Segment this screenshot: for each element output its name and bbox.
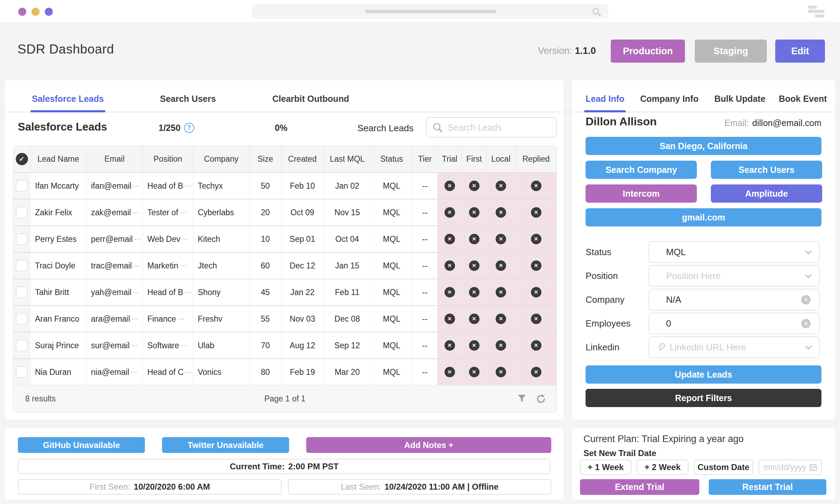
cross-circle-icon: ✕ xyxy=(469,234,479,244)
calendar-icon[interactable] xyxy=(809,463,817,471)
refresh-icon[interactable] xyxy=(536,394,546,404)
row-checkbox[interactable] xyxy=(16,366,28,378)
status-select[interactable]: MQL xyxy=(649,241,820,263)
tab-search-users[interactable]: Search Users xyxy=(160,94,216,112)
created-cell: Jan 22 xyxy=(281,279,324,305)
table-row[interactable]: Tahir Brittyah@email···Head of B···Shony… xyxy=(13,279,556,305)
cross-circle-icon: ✕ xyxy=(496,260,506,271)
cross-circle-icon: ✕ xyxy=(444,367,455,377)
row-checkbox[interactable] xyxy=(16,286,28,298)
restart-trial-button[interactable]: Restart Trial xyxy=(709,479,826,495)
tab-bulk-update[interactable]: Bulk Update xyxy=(714,94,765,112)
created-cell: Aug 12 xyxy=(281,332,324,358)
help-icon[interactable]: ? xyxy=(184,123,194,133)
company-cell: Kitech xyxy=(193,226,250,252)
status-cell: MQL xyxy=(371,226,413,252)
email-value: dillon@email.com xyxy=(752,118,821,128)
position-cell: Head of B··· xyxy=(143,173,193,199)
company-cell: Techyx xyxy=(193,173,250,199)
plus-two-week-button[interactable]: + 2 Week xyxy=(637,460,688,475)
row-checkbox[interactable] xyxy=(16,260,28,272)
tier-cell: -- xyxy=(413,332,438,358)
replied-flag-cell: ✕ xyxy=(516,173,556,199)
table-row[interactable]: Traci Doyletrac@email···Marketin···Jtech… xyxy=(13,252,556,279)
clear-icon[interactable]: ✕ xyxy=(801,295,811,304)
report-filters-button[interactable]: Report Filters xyxy=(586,389,821,407)
leads-table-footer: 8 results Page 1 of 1 xyxy=(13,385,556,412)
search-leads-input[interactable]: Search Leads xyxy=(426,117,557,138)
lead-activity-panel: GitHub Unavailable Twitter Unavailable A… xyxy=(4,428,564,500)
staging-button[interactable]: Staging xyxy=(695,40,767,63)
edit-button[interactable]: Edit xyxy=(775,40,825,63)
search-users-button[interactable]: Search Users xyxy=(711,161,822,179)
last-mql-cell: Oct 04 xyxy=(324,226,371,252)
table-row[interactable]: Zakir Felixzak@email···Tester of···Cyber… xyxy=(13,199,556,225)
menu-icon[interactable] xyxy=(802,6,832,18)
row-checkbox[interactable] xyxy=(16,206,28,218)
table-row[interactable]: Perry Estesperr@email···Web Dev···Kitech… xyxy=(13,225,556,252)
linkedin-input[interactable]: Linkedin URL Here xyxy=(649,336,820,358)
company-label: Company xyxy=(586,294,624,305)
custom-date-button[interactable]: Custom Date xyxy=(694,460,753,475)
table-row[interactable]: Suraj Princesur@email···Software···Ulab7… xyxy=(13,332,556,358)
search-company-button[interactable]: Search Company xyxy=(586,161,697,179)
column-header: First xyxy=(462,146,486,172)
clear-icon[interactable]: ✕ xyxy=(801,319,811,328)
status-cell: MQL xyxy=(371,279,413,305)
employees-input[interactable]: 0 ✕ xyxy=(649,313,820,334)
select-all-checkbox[interactable]: ✓ xyxy=(16,153,28,165)
intercom-button[interactable]: Intercom xyxy=(586,184,697,203)
position-select[interactable]: Position Here xyxy=(649,265,820,287)
plus-one-week-button[interactable]: + 1 Week xyxy=(580,460,631,475)
chevron-down-icon[interactable] xyxy=(805,272,811,278)
size-cell: 80 xyxy=(250,359,281,385)
twitter-button[interactable]: Twitter Unavailable xyxy=(162,437,289,453)
company-input[interactable]: N/A ✕ xyxy=(649,289,820,310)
tab-book-event[interactable]: Book Event xyxy=(779,94,827,112)
column-header: Status xyxy=(371,146,413,172)
tab-lead-info[interactable]: Lead Info xyxy=(586,94,624,112)
add-notes-button[interactable]: Add Notes + xyxy=(306,437,551,453)
email-label: Email: xyxy=(724,118,749,128)
table-row[interactable]: Ifan Mccartyifan@email···Head of B···Tec… xyxy=(13,172,556,199)
date-input[interactable]: mm/dd/yyyy xyxy=(758,460,822,475)
company-cell: Shony xyxy=(193,279,250,305)
first-flag-cell: ✕ xyxy=(462,359,486,385)
chevron-down-icon[interactable] xyxy=(805,248,811,254)
cross-circle-icon: ✕ xyxy=(469,181,479,191)
company-cell: Cyberlabs xyxy=(193,200,250,225)
truncation-dots: ··· xyxy=(181,343,188,349)
table-row[interactable]: Aran Francoara@email···Finance···Freshv5… xyxy=(13,305,556,332)
row-checkbox[interactable] xyxy=(16,340,28,351)
truncation-dots: ··· xyxy=(133,289,140,295)
domain-button[interactable]: gmail.com xyxy=(586,208,821,226)
github-button[interactable]: GitHub Unavailable xyxy=(18,437,145,453)
row-checkbox[interactable] xyxy=(16,233,28,245)
cross-circle-icon: ✕ xyxy=(496,234,506,244)
truncation-dots: ··· xyxy=(180,263,187,269)
replied-flag-cell: ✕ xyxy=(516,200,556,225)
amplitude-button[interactable]: Amplitude xyxy=(711,184,822,203)
extend-trial-button[interactable]: Extend Trial xyxy=(580,479,699,495)
table-row[interactable]: Nia Durannia@email···Head of C···Vonics8… xyxy=(13,358,556,385)
search-icon xyxy=(432,122,443,133)
status-cell: MQL xyxy=(371,253,413,279)
size-cell: 20 xyxy=(250,200,281,225)
browser-search-input[interactable] xyxy=(252,4,608,19)
tier-cell: -- xyxy=(413,306,438,332)
update-leads-button[interactable]: Update Leads xyxy=(586,365,821,384)
status-cell: MQL xyxy=(371,173,413,199)
tab-clearbit-outbound[interactable]: Clearbit Outbound xyxy=(272,94,349,112)
production-button[interactable]: Production xyxy=(611,40,685,63)
cross-circle-icon: ✕ xyxy=(444,234,455,244)
tab-company-info[interactable]: Company Info xyxy=(640,94,699,112)
chevron-down-icon[interactable] xyxy=(805,343,811,349)
row-checkbox[interactable] xyxy=(16,180,28,192)
filter-icon[interactable] xyxy=(517,394,526,403)
tab-salesforce-leads[interactable]: Salesforce Leads xyxy=(32,94,104,112)
created-cell: Sep 01 xyxy=(281,226,324,252)
search-icon xyxy=(592,7,601,18)
row-checkbox[interactable] xyxy=(16,313,28,325)
current-plan-value: Trial Expiring a year ago xyxy=(642,434,744,444)
location-button[interactable]: San Diego, California xyxy=(586,137,821,155)
